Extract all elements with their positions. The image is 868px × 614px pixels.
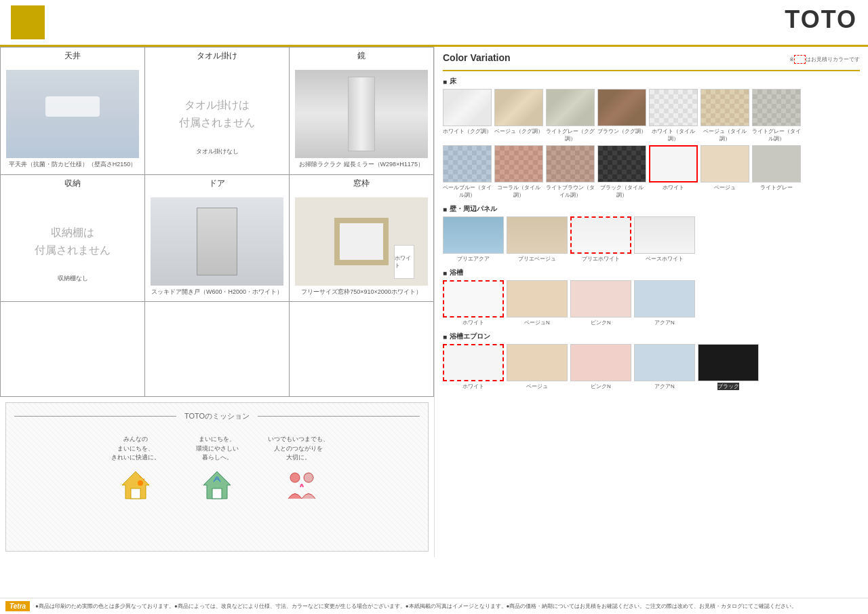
floor-color-white-tile[interactable]: ホワイト（タイル調） <box>649 89 698 142</box>
storage-text: 収納棚は 付属されません <box>21 210 124 272</box>
apron-color-aqua[interactable]: アクアN <box>634 344 695 390</box>
floor-color-brown-quilt[interactable]: ブラウン（クグ調） <box>597 89 646 142</box>
cv-floor-section: 床 ホワイト（クグ調） ベージュ（クグ調） ライトグレー（クグ調） <box>443 77 860 199</box>
swatch-bath-white[interactable] <box>443 280 504 318</box>
ceiling-label: 天井 <box>1 47 145 64</box>
bath-color-aqua[interactable]: アクアN <box>634 280 695 326</box>
swatch-apron-white[interactable] <box>443 344 504 381</box>
swatch-lightgrey-plain[interactable] <box>752 145 801 183</box>
label-white-tile: ホワイト（タイル調） <box>649 128 698 142</box>
floor-color-white-plain[interactable]: ホワイト <box>649 145 698 199</box>
swatch-beige-quilt[interactable] <box>494 89 543 126</box>
swatch-apron-pink[interactable] <box>570 344 631 381</box>
swatch-apron-black[interactable] <box>698 344 759 381</box>
cv-apron-section: 浴槽エプロン ホワイト ベージュ ピンクN <box>443 332 860 390</box>
apron-colors: ホワイト ベージュ ピンクN アクアN <box>443 344 860 390</box>
mission-section: TOTOのミッション みんなの まいにちを、 きれいに快適に。 <box>5 402 429 552</box>
swatch-paleblue-tile[interactable] <box>443 145 492 183</box>
label-paleblue-tile: ペールブルー（タイル調） <box>443 184 492 199</box>
door-label: ドア <box>145 175 290 192</box>
floor-color-white-quilt[interactable]: ホワイト（クグ調） <box>443 89 492 142</box>
label-basic-white: ベースホワイト <box>646 255 684 263</box>
label-beige-tile: ベージュ（タイル調） <box>701 128 749 142</box>
swatch-white-tile[interactable] <box>649 89 698 126</box>
floor-color-lightgrey-plain[interactable]: ライトグレー <box>752 145 801 199</box>
swatch-bath-aqua[interactable] <box>634 280 695 318</box>
cv-wall-section: 壁・周辺パネル プリエアクア プリエベージュ プリエホワイト <box>443 204 860 263</box>
label-bath-pink: ピンクN <box>591 319 611 326</box>
cv-bath-section: 浴槽 ホワイト ベージュN ピンクN <box>443 268 860 326</box>
floor-color-lightgrey-quilt[interactable]: ライトグレー（クグ調） <box>546 89 595 142</box>
swatch-lightbrown-tile[interactable] <box>546 145 595 183</box>
wall-color-purity-beige[interactable]: プリエベージュ <box>507 216 568 263</box>
swatch-purity-white[interactable] <box>570 216 631 254</box>
floor-color-coral-tile[interactable]: コーラル（タイル調） <box>494 145 543 199</box>
cv-bath-title: 浴槽 <box>443 268 860 277</box>
house-icon-1 <box>119 468 153 502</box>
window-caption: フリーサイズ窓枠750×910×2000ホワイト） <box>301 288 422 296</box>
door-graphic <box>197 208 237 275</box>
swatch-apron-aqua[interactable] <box>634 344 695 381</box>
swatch-purity-beige[interactable] <box>507 216 568 254</box>
wall-color-basic-white[interactable]: ベースホワイト <box>634 216 695 263</box>
swatch-apron-beige[interactable] <box>507 344 568 381</box>
bath-color-pink[interactable]: ピンクN <box>570 280 631 326</box>
floor-color-black-tile[interactable]: ブラック（タイル調） <box>597 145 646 199</box>
empty-cell-1 <box>1 302 145 397</box>
footer: Tetra ●商品は印刷のため実際の色とは多少異なっております。●商品によっては… <box>0 598 868 614</box>
storage-label: 収納 <box>1 175 145 192</box>
floor-color-beige-quilt[interactable]: ベージュ（クグ調） <box>494 89 543 142</box>
wall-color-purity-white[interactable]: プリエホワイト <box>570 216 631 263</box>
swatch-beige-plain[interactable] <box>701 145 749 183</box>
label-lightgrey-tile: ライトグレー（タイル調） <box>752 128 801 142</box>
swatch-white-plain[interactable] <box>649 145 698 183</box>
mission-title: TOTOのミッション <box>176 411 258 421</box>
swatch-lightgrey-quilt[interactable] <box>546 89 595 126</box>
empty-row <box>0 302 434 397</box>
swatch-bath-pink[interactable] <box>570 280 631 318</box>
swatch-purity-aqua[interactable] <box>443 216 504 254</box>
people-icon <box>281 468 315 502</box>
floor-color-paleblue-tile[interactable]: ペールブルー（タイル調） <box>443 145 492 199</box>
wall-color-purity-aqua[interactable]: プリエアクア <box>443 216 504 263</box>
label-coral-tile: コーラル（タイル調） <box>494 184 543 199</box>
ceiling-light <box>45 96 100 117</box>
label-bath-white: ホワイト <box>462 319 484 326</box>
right-panel: Color Variation ※ はお見積りカラーです 床 ホワイト（クグ調） <box>434 47 868 557</box>
swatch-beige-tile[interactable] <box>701 89 749 126</box>
window-label: 窓枠 <box>290 175 434 192</box>
swatch-lightgrey-tile[interactable] <box>752 89 801 126</box>
apron-color-black[interactable]: ブラック <box>698 344 759 390</box>
brand-title: TOTO <box>785 5 857 34</box>
floor-color-lightgrey-tile[interactable]: ライトグレー（タイル調） <box>752 89 801 142</box>
apron-color-beige[interactable]: ベージュ <box>507 344 568 390</box>
label-apron-pink: ピンクN <box>591 383 611 390</box>
main-layout: 天井 タオル掛け 鏡 平天井（抗菌・防カビ仕様）（壁高さH2150） タオル掛け… <box>0 47 868 557</box>
bath-color-white[interactable]: ホワイト <box>443 280 504 326</box>
bath-colors: ホワイト ベージュN ピンクN アクアN <box>443 280 860 326</box>
label-purity-white: プリエホワイト <box>582 255 620 263</box>
mission-item-1: みんなの まいにちを、 きれいに快適に。 <box>102 435 170 502</box>
header: TOTO <box>0 0 868 47</box>
floor-row2: ペールブルー（タイル調） コーラル（タイル調） ライトブラウン（タイル調） ブラ… <box>443 145 860 199</box>
window-image: ホワイト <box>295 197 428 286</box>
cv-floor-title: 床 <box>443 77 860 86</box>
apron-color-white[interactable]: ホワイト <box>443 344 504 390</box>
ceiling-image <box>6 70 139 158</box>
swatch-brown-quilt[interactable] <box>597 89 646 126</box>
svg-rect-1 <box>131 488 140 499</box>
empty-cell-2 <box>145 302 290 397</box>
floor-color-beige-tile[interactable]: ベージュ（タイル調） <box>701 89 749 142</box>
floor-color-beige-plain[interactable]: ベージュ <box>701 145 749 199</box>
apron-color-pink[interactable]: ピンクN <box>570 344 631 390</box>
swatch-basic-white[interactable] <box>634 216 695 254</box>
swatch-black-tile[interactable] <box>597 145 646 183</box>
mirror-image <box>295 70 428 158</box>
swatch-bath-beige[interactable] <box>507 280 568 318</box>
swatch-coral-tile[interactable] <box>494 145 543 183</box>
label-bath-aqua: アクアN <box>654 319 675 326</box>
label-lightgrey-plain: ライトグレー <box>760 184 793 191</box>
floor-color-lightbrown-tile[interactable]: ライトブラウン（タイル調） <box>546 145 595 199</box>
swatch-white-quilt[interactable] <box>443 89 492 126</box>
bath-color-beige[interactable]: ベージュN <box>507 280 568 326</box>
